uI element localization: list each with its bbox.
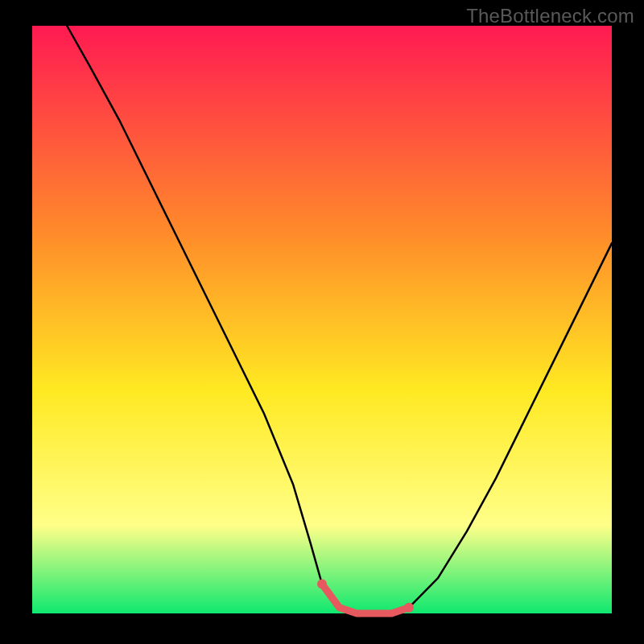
highlight-end-dot — [317, 580, 327, 589]
highlight-end-dot — [404, 603, 414, 613]
bottleneck-chart — [0, 0, 644, 644]
watermark-text: TheBottleneck.com — [466, 5, 634, 27]
chart-frame: TheBottleneck.com — [0, 0, 644, 644]
plot-background — [32, 26, 612, 613]
